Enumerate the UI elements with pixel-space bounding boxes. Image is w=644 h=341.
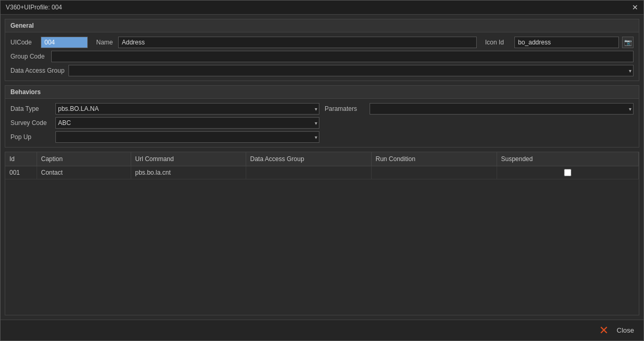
behaviors-form: Data Type pbs.BO.LA.NA Survey Code ABC	[5, 99, 639, 147]
surveycode-select-wrapper: ABC	[55, 117, 319, 129]
behaviors-left: Data Type pbs.BO.LA.NA Survey Code ABC	[10, 103, 319, 143]
close-button[interactable]: Close	[614, 324, 637, 336]
cell-suspended	[497, 166, 639, 179]
general-row-3: Data Access Group	[10, 65, 634, 76]
datatype-row: Data Type pbs.BO.LA.NA	[10, 103, 319, 115]
datatype-label: Data Type	[10, 105, 52, 112]
dialog-footer: ✕ Close	[1, 320, 643, 340]
title-bar: V360+UIProfile: 004 ✕	[1, 1, 643, 15]
datatype-select-wrapper: pbs.BO.LA.NA	[55, 103, 319, 115]
data-table: Id Caption Url Command Data Access Group…	[5, 152, 639, 315]
datatype-select[interactable]: pbs.BO.LA.NA	[55, 103, 319, 115]
table-head: Id Caption Url Command Data Access Group…	[5, 152, 639, 166]
behaviors-section-header: Behaviors	[5, 86, 639, 99]
table-body: 001 Contact pbs.bo.la.cnt	[5, 166, 639, 179]
camera-button[interactable]: 📷	[622, 37, 634, 48]
groupcode-label: Group Code	[10, 53, 48, 60]
dialog-body: General UICode Name Icon Id 📷 Group Code	[1, 15, 643, 320]
parameters-select-wrapper	[370, 103, 634, 115]
behaviors-section: Behaviors Data Type pbs.BO.LA.NA Survey …	[5, 85, 639, 147]
popup-label: Pop Up	[10, 133, 52, 141]
close-x-icon[interactable]: ✕	[599, 325, 608, 336]
dag-label: Data Access Group	[10, 67, 65, 74]
dag-select[interactable]	[68, 65, 634, 76]
name-input[interactable]	[118, 37, 477, 48]
parameters-label: Paramaters	[325, 105, 366, 112]
cell-id: 001	[5, 166, 37, 179]
records-table: Id Caption Url Command Data Access Group…	[5, 152, 639, 179]
general-row-2: Group Code	[10, 51, 634, 62]
name-label: Name	[96, 39, 115, 46]
table-row[interactable]: 001 Contact pbs.bo.la.cnt	[5, 166, 639, 179]
col-header-dag: Data Access Group	[246, 152, 371, 166]
iconid-input[interactable]	[514, 37, 619, 48]
cell-caption: Contact	[37, 166, 131, 179]
iconid-label: Icon Id	[485, 39, 511, 46]
cell-runcondition	[371, 166, 497, 179]
surveycode-label: Survey Code	[10, 119, 52, 127]
col-header-urlcommand: Url Command	[131, 152, 246, 166]
suspended-checkbox[interactable]	[564, 169, 571, 176]
col-header-runcondition: Run Condition	[371, 152, 497, 166]
popup-row: Pop Up	[10, 131, 319, 143]
general-section-header: General	[5, 19, 639, 32]
groupcode-input[interactable]	[51, 51, 634, 62]
col-header-id: Id	[5, 152, 37, 166]
cell-dag	[246, 166, 371, 179]
popup-select-wrapper	[55, 131, 319, 143]
table-header-row: Id Caption Url Command Data Access Group…	[5, 152, 639, 166]
col-header-suspended: Suspended	[497, 152, 639, 166]
parameters-select[interactable]	[370, 103, 634, 115]
camera-icon: 📷	[624, 39, 632, 46]
dialog-window: V360+UIProfile: 004 ✕ General UICode Nam…	[0, 0, 644, 341]
surveycode-row: Survey Code ABC	[10, 117, 319, 129]
general-section: General UICode Name Icon Id 📷 Group Code	[5, 19, 639, 81]
dag-select-wrapper	[68, 65, 634, 76]
popup-select[interactable]	[55, 131, 319, 143]
cell-urlcommand: pbs.bo.la.cnt	[131, 166, 246, 179]
suspended-checkbox-cell	[501, 169, 635, 176]
title-bar-close-button[interactable]: ✕	[632, 4, 638, 11]
parameters-row: Paramaters	[325, 103, 634, 115]
behaviors-right: Paramaters	[325, 103, 634, 143]
general-row-1: UICode Name Icon Id 📷	[10, 37, 634, 48]
surveycode-select[interactable]: ABC	[55, 117, 319, 129]
col-header-caption: Caption	[37, 152, 131, 166]
uicode-input[interactable]	[41, 37, 88, 48]
uicode-label: UICode	[10, 39, 38, 46]
general-form: UICode Name Icon Id 📷 Group Code	[5, 32, 639, 81]
dialog-title: V360+UIProfile: 004	[6, 4, 62, 11]
